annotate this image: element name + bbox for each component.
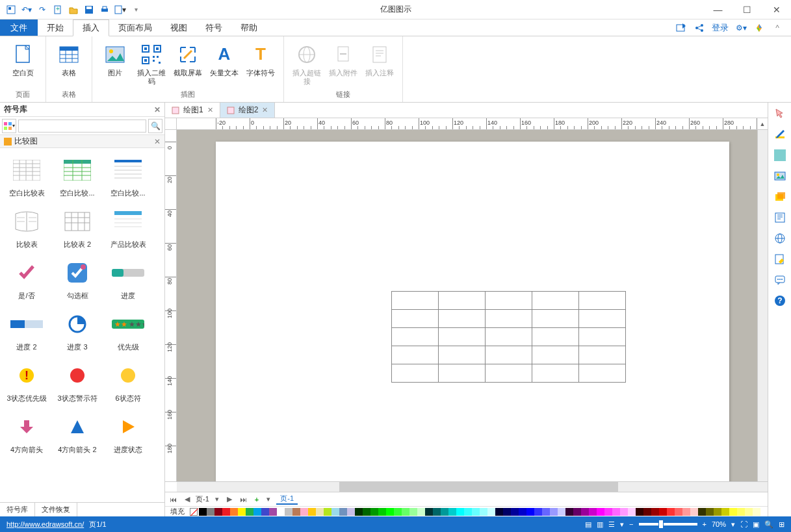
color-swatch[interactable]	[714, 508, 721, 516]
color-swatch[interactable]	[519, 508, 526, 516]
close-button[interactable]: ✕	[762, 0, 791, 19]
color-swatch[interactable]	[456, 508, 464, 516]
color-swatch[interactable]	[573, 508, 581, 516]
color-swatch[interactable]	[253, 508, 261, 516]
color-swatch[interactable]	[448, 508, 456, 516]
horizontal-scrollbar[interactable]	[177, 482, 757, 492]
color-swatch[interactable]	[526, 508, 534, 516]
qat-format-icon[interactable]	[5, 4, 17, 16]
color-swatch[interactable]	[363, 508, 370, 516]
zoom-value[interactable]: 70%	[712, 520, 726, 528]
color-swatch[interactable]	[402, 508, 409, 516]
ribbon-screenshot-button[interactable]: 截取屏幕	[170, 39, 205, 86]
color-swatch[interactable]	[370, 508, 378, 516]
menu-file[interactable]: 文件	[0, 19, 38, 36]
search-icon[interactable]: 🔍	[148, 119, 162, 133]
fit-width-icon[interactable]: ⛶	[740, 520, 747, 528]
doc-tab-绘图1[interactable]: 绘图1✕	[165, 103, 220, 118]
close-icon[interactable]: ✕	[262, 106, 268, 114]
color-swatch[interactable]	[480, 508, 487, 516]
shape-product-table[interactable]: 产品比较表	[103, 203, 153, 255]
color-swatch[interactable]	[503, 508, 511, 516]
color-swatch[interactable]	[675, 508, 682, 516]
page-prev-icon[interactable]: ◀	[183, 495, 192, 503]
drawing-page[interactable]	[216, 142, 729, 481]
color-swatch[interactable]	[300, 508, 308, 516]
menu-符号[interactable]: 符号	[196, 19, 231, 36]
export-icon[interactable]: ▾	[114, 4, 126, 16]
shape-exclaim[interactable]: !3状态优先级	[1, 357, 52, 409]
zoom-dropdown-icon[interactable]: ▾	[731, 520, 735, 529]
page-next-icon[interactable]: ▶	[225, 495, 234, 503]
save-icon[interactable]	[83, 4, 95, 16]
zoom-slider[interactable]	[639, 523, 697, 526]
color-swatch[interactable]	[558, 508, 565, 516]
panel-section-header[interactable]: 比较图 ✕	[0, 135, 164, 148]
image-tool-icon[interactable]	[773, 169, 787, 183]
color-swatch[interactable]	[285, 508, 292, 516]
color-swatch[interactable]	[214, 508, 222, 516]
print-icon[interactable]	[99, 4, 110, 16]
color-swatch[interactable]	[511, 508, 519, 516]
menu-视图[interactable]: 视图	[161, 19, 196, 36]
settings-icon[interactable]: ⚙▾	[735, 22, 747, 34]
view-mode-3-icon[interactable]: ☰	[608, 520, 615, 529]
color-swatch[interactable]	[277, 508, 285, 516]
zoom-handle[interactable]	[658, 520, 664, 529]
shape-red-circle[interactable]: 3状态警示符	[52, 357, 103, 409]
color-swatch[interactable]	[331, 508, 339, 516]
ribbon-blank-page-button[interactable]: 空白页	[5, 39, 40, 86]
zoom-out-icon[interactable]: −	[629, 520, 633, 528]
shape-notebook2[interactable]: 比较表 2	[52, 203, 103, 255]
view-mode-2-icon[interactable]: ▥	[597, 520, 603, 529]
color-swatch[interactable]	[487, 508, 495, 516]
page-last-icon[interactable]: ⏭	[238, 496, 249, 503]
shape-yellow-circle[interactable]: 6状态符	[103, 357, 153, 409]
color-swatch[interactable]	[464, 508, 472, 516]
color-swatch[interactable]	[199, 508, 207, 516]
layers-tool-icon[interactable]	[773, 190, 787, 204]
zoom-selection-icon[interactable]: 🔍	[764, 520, 773, 529]
color-swatch[interactable]	[441, 508, 448, 516]
color-swatch[interactable]	[729, 508, 737, 516]
panel-tab-符号库[interactable]: 符号库	[0, 503, 35, 516]
search-input[interactable]	[18, 120, 146, 133]
maximize-button[interactable]: ☐	[733, 0, 762, 19]
shape-stars[interactable]: ★★★★★优先级	[103, 306, 153, 357]
color-swatch[interactable]	[604, 508, 612, 516]
new-doc-icon[interactable]: +	[52, 4, 64, 16]
shape-blank-table[interactable]: 空白比较表	[1, 152, 52, 203]
color-swatch[interactable]	[550, 508, 558, 516]
color-swatch[interactable]	[597, 508, 604, 516]
color-swatch[interactable]	[581, 508, 589, 516]
page-dropdown-icon[interactable]: ▾	[213, 495, 221, 503]
shape-check[interactable]: 是/否	[1, 255, 52, 306]
color-swatch[interactable]	[308, 508, 316, 516]
menu-帮助[interactable]: 帮助	[231, 19, 266, 36]
vertical-scrollbar[interactable]	[757, 130, 768, 481]
color-swatch[interactable]	[690, 508, 698, 516]
help-tool-icon[interactable]: ?	[773, 294, 787, 308]
grid-icon[interactable]: ⊞	[779, 520, 785, 529]
ribbon-table-button[interactable]: 表格	[51, 39, 86, 86]
menu-插入[interactable]: 插入	[73, 19, 109, 36]
globe-tool-icon[interactable]	[773, 231, 787, 246]
qat-dropdown-icon[interactable]: ▾	[130, 4, 142, 16]
login-link[interactable]: 登录	[712, 22, 729, 34]
page-menu-icon[interactable]: ▾	[265, 495, 272, 503]
close-icon[interactable]: ✕	[207, 106, 213, 114]
page-current[interactable]: 页-1	[196, 494, 209, 504]
color-swatch[interactable]	[355, 508, 363, 516]
shape-checkbox-blue[interactable]: 勾选框	[52, 255, 103, 306]
color-swatch[interactable]	[636, 508, 643, 516]
library-picker-icon[interactable]: ▾	[2, 119, 16, 133]
inserted-table[interactable]	[391, 291, 626, 383]
ribbon-vector-text-button[interactable]: A矢量文本	[207, 39, 242, 86]
color-swatch[interactable]	[433, 508, 441, 516]
color-swatch[interactable]	[495, 508, 503, 516]
share-icon[interactable]	[694, 22, 705, 34]
ruler-scroll-up[interactable]: ▲	[757, 118, 768, 130]
color-swatch[interactable]	[230, 508, 238, 516]
color-swatch[interactable]	[417, 508, 425, 516]
fit-page-icon[interactable]: ▣	[753, 520, 759, 529]
